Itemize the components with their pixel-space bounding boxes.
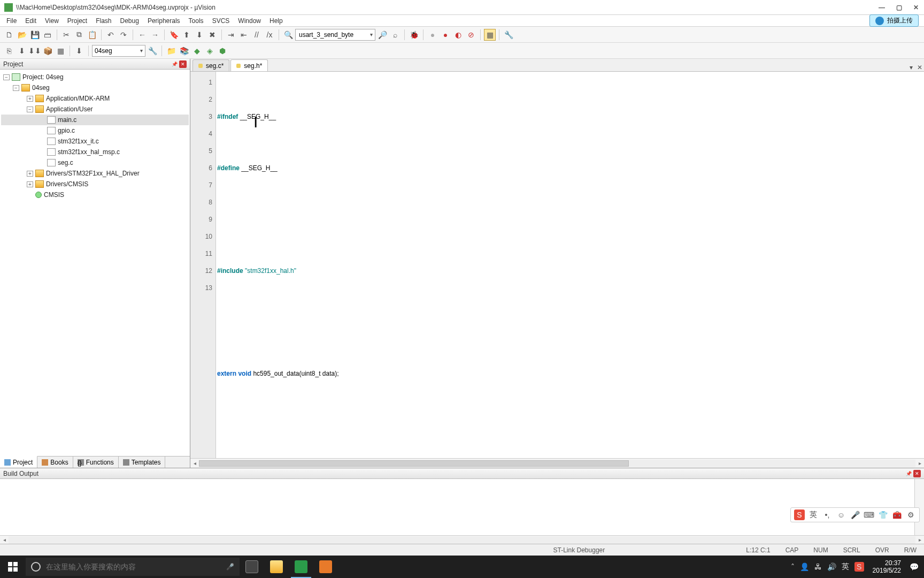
menu-file[interactable]: File [2, 16, 21, 26]
save-icon[interactable]: 💾 [29, 29, 41, 41]
taskbar-uvision[interactable] [289, 556, 313, 578]
breakpoint-kill-icon[interactable]: ⊘ [465, 29, 477, 41]
close-button[interactable]: ✕ [912, 4, 920, 11]
paste-icon[interactable]: 📋 [86, 29, 98, 41]
taskbar-explorer[interactable] [264, 556, 289, 578]
build-icon[interactable]: ⬇ [16, 45, 28, 57]
comment-icon[interactable]: // [251, 29, 263, 41]
tray-people-icon[interactable]: 👤 [800, 562, 809, 571]
build-output-h-scrollbar[interactable]: ◂ ▸ [0, 535, 924, 544]
menu-window[interactable]: Window [234, 16, 265, 26]
project-tree[interactable]: − Project: 04seg − 04seg + Application/M… [0, 70, 190, 456]
scroll-right-icon[interactable]: ▸ [915, 460, 924, 466]
start-button[interactable] [0, 556, 26, 578]
target-options-icon[interactable]: 🔧 [147, 45, 158, 57]
download-icon[interactable]: ⬇ [73, 45, 85, 57]
tray-notifications-icon[interactable]: 💬 [910, 562, 919, 571]
multi-project-icon[interactable]: 📚 [178, 45, 190, 57]
scroll-track[interactable] [199, 460, 915, 467]
panel-close-icon[interactable]: ✕ [179, 60, 187, 68]
ime-lang-icon[interactable]: 英 [808, 509, 819, 520]
editor-tab-seg-h[interactable]: seg.h* [230, 59, 268, 71]
menu-edit[interactable]: Edit [21, 16, 41, 26]
menu-tools[interactable]: Tools [184, 16, 208, 26]
tray-ime-lang[interactable]: 英 [842, 562, 849, 572]
ime-emoji-icon[interactable]: ☺ [836, 509, 846, 520]
tray-chevron-icon[interactable]: ˄ [791, 562, 795, 571]
task-view-button[interactable] [240, 556, 264, 578]
ime-setting-icon[interactable]: ⚙ [905, 509, 916, 520]
ime-voice-icon[interactable]: 🎤 [850, 509, 860, 520]
search-input[interactable] [46, 562, 221, 571]
rebuild-icon[interactable]: ⬇⬇ [29, 45, 41, 57]
select-packs-icon[interactable]: ◈ [204, 45, 215, 57]
pack-installer-icon[interactable]: ⬢ [217, 45, 228, 57]
panel-pin-icon[interactable]: 📌 [171, 60, 178, 68]
ime-skin-icon[interactable]: 👕 [877, 509, 888, 520]
editor-tab-close-icon[interactable]: ✕ [915, 64, 924, 71]
bookmark-clear-icon[interactable]: ✖ [206, 29, 218, 41]
tab-books[interactable]: Books [37, 457, 73, 468]
cut-icon[interactable]: ✂ [60, 29, 72, 41]
menu-project[interactable]: Project [63, 16, 91, 26]
scroll-left-icon[interactable]: ◂ [190, 460, 199, 466]
editor-tab-dropdown-icon[interactable]: ▾ [907, 64, 915, 71]
save-all-icon[interactable]: 🗃 [42, 29, 53, 41]
tree-file[interactable]: gpio.c [1, 125, 189, 136]
scroll-track[interactable] [9, 536, 915, 544]
tray-network-icon[interactable]: 🖧 [814, 562, 822, 571]
code-lines[interactable]: #ifndef __SEG_H__ #define __SEG_H__ #inc… [216, 72, 924, 458]
tab-templates[interactable]: Templates [119, 457, 166, 468]
configure-icon[interactable]: 🔧 [503, 29, 514, 41]
mic-icon[interactable]: 🎤 [226, 563, 234, 571]
tree-root[interactable]: − Project: 04seg [1, 72, 189, 82]
nav-forward-icon[interactable]: → [149, 29, 161, 41]
scroll-thumb[interactable] [199, 460, 629, 467]
tray-volume-icon[interactable]: 🔊 [827, 562, 836, 571]
ime-toolbar[interactable]: S 英 •, ☺ 🎤 ⌨ 👕 🧰 ⚙ [790, 507, 920, 522]
tree-file[interactable]: seg.c [1, 157, 189, 168]
window-layout-icon[interactable]: ▦ [484, 29, 496, 41]
menu-svcs[interactable]: SVCS [208, 16, 234, 26]
tree-expander-icon[interactable]: + [27, 171, 33, 177]
outdent-icon[interactable]: ⇤ [238, 29, 250, 41]
incremental-find-icon[interactable]: ⌕ [389, 29, 401, 41]
tree-group[interactable]: + Application/MDK-ARM [1, 93, 189, 104]
find-combo[interactable]: usart_3_send_byte [295, 29, 375, 41]
screenshot-upload-button[interactable]: 拍摄上传 [869, 14, 919, 27]
editor-h-scrollbar[interactable]: ◂ ▸ [190, 458, 924, 468]
tab-functions[interactable]: {}Functions [73, 457, 119, 468]
undo-icon[interactable]: ↶ [105, 29, 117, 41]
taskbar-app[interactable] [313, 556, 338, 578]
breakpoint-insert-icon[interactable]: ● [427, 29, 438, 41]
target-selector[interactable]: 04seg [92, 45, 145, 57]
tray-sogou-icon[interactable]: S [854, 562, 864, 572]
breakpoint-enable-icon[interactable]: ● [440, 29, 451, 41]
panel-pin-icon[interactable]: 📌 [905, 470, 912, 477]
tree-group[interactable]: CMSIS [1, 189, 189, 200]
panel-close-icon[interactable]: ✕ [913, 470, 921, 477]
ime-toolbox-icon[interactable]: 🧰 [891, 509, 902, 520]
tree-file[interactable]: stm32f1xx_hal_msp.c [1, 147, 189, 157]
sogou-icon[interactable]: S [794, 509, 805, 520]
tree-file[interactable]: main.c [1, 115, 189, 125]
tree-group[interactable]: − Application/User [1, 104, 189, 115]
tab-project[interactable]: Project [0, 456, 37, 468]
stop-build-icon[interactable]: ▦ [55, 45, 66, 57]
menu-debug[interactable]: Debug [116, 16, 143, 26]
indent-icon[interactable]: ⇥ [225, 29, 237, 41]
tree-expander-icon[interactable]: − [13, 85, 19, 91]
menu-view[interactable]: View [41, 16, 63, 26]
tree-expander-icon[interactable]: − [3, 74, 10, 80]
open-file-icon[interactable]: 📂 [16, 29, 28, 41]
minimize-button[interactable]: — [878, 4, 886, 11]
tree-expander-icon[interactable]: + [27, 96, 33, 102]
menu-peripherals[interactable]: Peripherals [143, 16, 184, 26]
tree-file[interactable]: stm32f1xx_it.c [1, 136, 189, 147]
scroll-right-icon[interactable]: ▸ [915, 537, 924, 543]
bookmark-prev-icon[interactable]: ⬆ [181, 29, 192, 41]
tree-group[interactable]: + Drivers/CMSIS [1, 179, 189, 189]
tray-clock[interactable]: 20:37 2019/5/22 [869, 559, 904, 574]
translate-icon[interactable]: ⎘ [3, 45, 15, 57]
tree-target[interactable]: − 04seg [1, 82, 189, 93]
